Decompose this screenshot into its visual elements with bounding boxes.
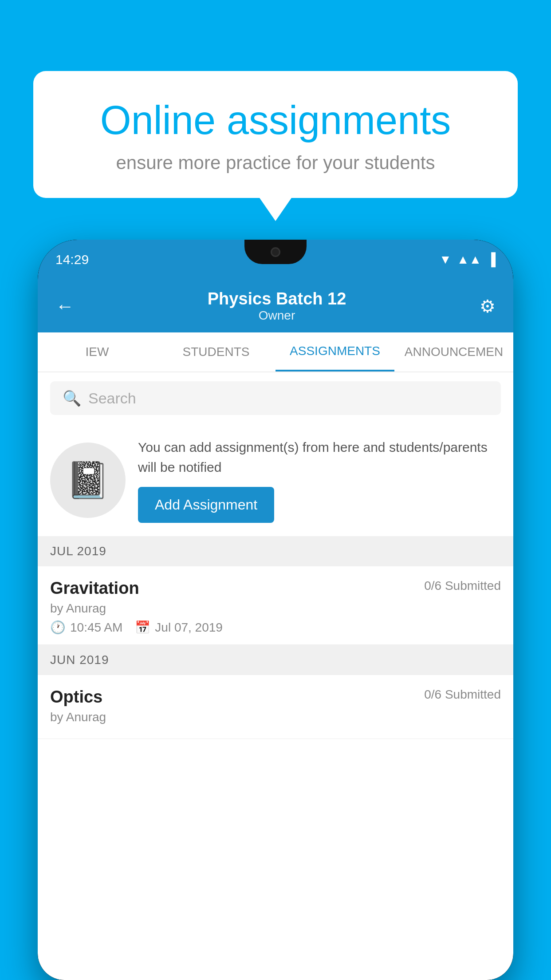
notch	[244, 240, 307, 264]
search-bar: 🔍 Search	[38, 372, 513, 424]
assignment-name-gravitation: Gravitation	[50, 579, 139, 598]
assignment-optics[interactable]: Optics 0/6 Submitted by Anurag	[38, 675, 513, 739]
meta-time: 🕐 10:45 AM	[50, 620, 122, 635]
assignment-author-gravitation: by Anurag	[50, 601, 501, 616]
section-label-jun: JUN 2019	[50, 653, 109, 667]
section-jun-2019: JUN 2019	[38, 645, 513, 675]
assignment-submitted-optics: 0/6 Submitted	[424, 688, 501, 702]
status-icons: ▼ ▲▲ ▐	[439, 253, 496, 267]
add-assignment-button[interactable]: Add Assignment	[138, 487, 274, 523]
calendar-icon: 📅	[135, 620, 150, 635]
promo-description: You can add assignment(s) from here and …	[138, 437, 501, 477]
tab-students[interactable]: STUDENTS	[157, 333, 276, 371]
tab-bar: IEW STUDENTS ASSIGNMENTS ANNOUNCEMEN	[38, 332, 513, 372]
speech-bubble: Online assignments ensure more practice …	[33, 71, 518, 198]
signal-icon: ▲▲	[457, 253, 481, 267]
wifi-icon: ▼	[439, 253, 452, 267]
promo-icon-circle: 📓	[50, 443, 126, 518]
phone-screen: 🔍 Search 📓 You can add assignment(s) fro…	[38, 372, 513, 980]
tab-iew[interactable]: IEW	[38, 333, 157, 371]
header-title: Physics Batch 12	[208, 289, 346, 308]
camera-dot	[271, 247, 280, 257]
back-button[interactable]: ←	[55, 296, 74, 317]
header-center: Physics Batch 12 Owner	[208, 289, 346, 323]
tab-announcements[interactable]: ANNOUNCEMEN	[394, 333, 513, 371]
speech-bubble-container: Online assignments ensure more practice …	[33, 71, 518, 198]
bubble-title: Online assignments	[60, 98, 491, 143]
bubble-subtitle: ensure more practice for your students	[60, 152, 491, 174]
header-subtitle: Owner	[208, 308, 346, 323]
assignment-optics-row-top: Optics 0/6 Submitted	[50, 688, 501, 707]
assignment-date: Jul 07, 2019	[155, 620, 223, 635]
assignment-author-optics: by Anurag	[50, 710, 501, 724]
clock-icon: 🕐	[50, 620, 66, 635]
promo-text: You can add assignment(s) from here and …	[138, 437, 501, 523]
settings-icon[interactable]: ⚙	[480, 296, 496, 316]
status-time: 14:29	[55, 252, 89, 267]
section-label-jul: JUL 2019	[50, 544, 106, 558]
assignment-row-top: Gravitation 0/6 Submitted	[50, 579, 501, 598]
status-bar: 14:29 ▼ ▲▲ ▐	[38, 240, 513, 280]
assignment-meta-gravitation: 🕐 10:45 AM 📅 Jul 07, 2019	[50, 620, 501, 635]
app-header: ← Physics Batch 12 Owner ⚙	[38, 280, 513, 332]
meta-date: 📅 Jul 07, 2019	[135, 620, 223, 635]
search-placeholder: Search	[88, 390, 136, 407]
assignment-gravitation[interactable]: Gravitation 0/6 Submitted by Anurag 🕐 10…	[38, 566, 513, 645]
search-icon: 🔍	[63, 389, 81, 407]
battery-icon: ▐	[487, 253, 496, 267]
phone-frame: 14:29 ▼ ▲▲ ▐ ← Physics Batch 12 Owner ⚙ …	[38, 240, 513, 980]
notebook-icon: 📓	[66, 459, 110, 501]
tab-assignments[interactable]: ASSIGNMENTS	[276, 332, 394, 371]
search-input-wrapper[interactable]: 🔍 Search	[50, 381, 501, 415]
assignment-name-optics: Optics	[50, 688, 102, 707]
section-jul-2019: JUL 2019	[38, 536, 513, 566]
promo-card: 📓 You can add assignment(s) from here an…	[38, 424, 513, 536]
assignment-submitted-gravitation: 0/6 Submitted	[424, 579, 501, 593]
phone-inner: 14:29 ▼ ▲▲ ▐ ← Physics Batch 12 Owner ⚙ …	[38, 240, 513, 980]
assignment-time: 10:45 AM	[70, 620, 122, 635]
